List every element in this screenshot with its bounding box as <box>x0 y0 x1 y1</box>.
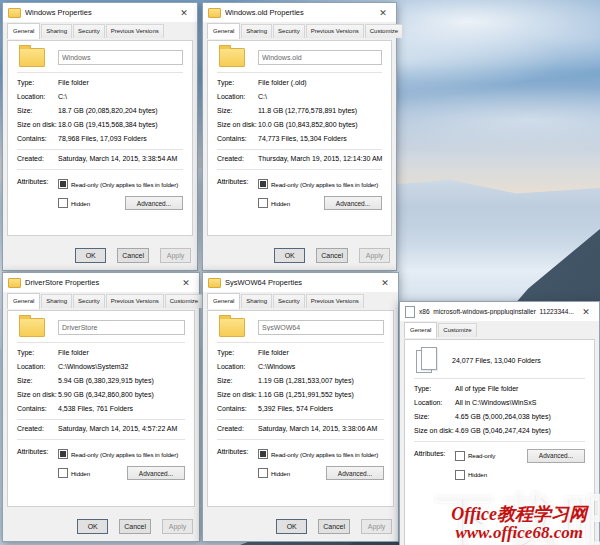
tab-previous-versions[interactable]: Previous Versions <box>306 24 364 38</box>
properties-dialog: SysWOW64 Properties ✕ GeneralSharingSecu… <box>202 272 399 542</box>
ok-button[interactable]: OK <box>77 519 108 534</box>
property-label: Size on disk: <box>17 121 58 130</box>
tab-previous-versions[interactable]: Previous Versions <box>106 24 164 38</box>
hidden-checkbox[interactable] <box>58 198 68 208</box>
advanced-button[interactable]: Advanced... <box>125 196 183 210</box>
tab-customize[interactable]: Customize <box>365 24 403 38</box>
property-row: Size on disk:5.90 GB (6,342,860,800 byte… <box>17 391 185 400</box>
folder-name-input[interactable] <box>58 50 183 65</box>
apply-button[interactable]: Apply <box>361 519 392 534</box>
tab-strip: GeneralSharingSecurityPrevious VersionsC… <box>7 294 195 308</box>
folder-name-input[interactable] <box>58 320 185 335</box>
separator <box>217 169 382 170</box>
dialog-titlebar[interactable]: x86_microsoft-windows-pnppluginstaller_1… <box>400 302 599 321</box>
cancel-button[interactable]: Cancel <box>117 248 149 263</box>
property-label: Type: <box>17 79 58 88</box>
property-row: Size on disk:18.0 GB (19,415,568,384 byt… <box>17 121 183 130</box>
dialog-title: Windows Properties <box>25 8 172 17</box>
advanced-button[interactable]: Advanced... <box>127 466 185 480</box>
dialog-titlebar[interactable]: Windows.old Properties ✕ <box>203 3 396 22</box>
attributes-section: Attributes: Read-only Advanced... Hidden <box>414 449 585 482</box>
ok-button[interactable]: OK <box>75 248 106 263</box>
file-icon <box>405 306 415 318</box>
property-value: File folder (.old) <box>258 79 307 88</box>
tab-previous-versions[interactable]: Previous Versions <box>106 294 164 308</box>
tab-security[interactable]: Security <box>273 24 305 38</box>
property-rows: Type:File folderLocation:C:\Windows\Syst… <box>17 349 185 414</box>
separator <box>217 72 382 73</box>
close-icon[interactable]: ✕ <box>377 275 393 291</box>
tab-general[interactable]: General <box>7 293 40 309</box>
hidden-checkbox[interactable] <box>258 468 268 478</box>
tab-security[interactable]: Security <box>73 24 105 38</box>
property-row: Location:All in C:\Windows\WinSxS <box>414 399 585 408</box>
readonly-checkbox[interactable] <box>455 451 465 461</box>
dialog-title: SysWOW64 Properties <box>225 278 373 287</box>
hidden-checkbox[interactable] <box>258 198 268 208</box>
cancel-button[interactable]: Cancel <box>318 519 350 534</box>
close-icon[interactable]: ✕ <box>176 5 192 21</box>
hidden-checkbox[interactable] <box>455 470 465 480</box>
readonly-checkbox[interactable] <box>258 179 268 189</box>
tab-general[interactable]: General <box>207 23 240 39</box>
property-row: Contains:5,392 Files, 574 Folders <box>217 405 384 414</box>
property-row: Contains:74,773 Files, 15,304 Folders <box>217 135 382 144</box>
separator <box>17 419 185 420</box>
created-value: Saturday, March 14, 2015, 3:38:54 AM <box>58 155 177 164</box>
close-icon[interactable]: ✕ <box>578 304 594 320</box>
ok-button[interactable]: OK <box>276 519 307 534</box>
advanced-button[interactable]: Advanced... <box>326 466 384 480</box>
hidden-label: Hidden <box>271 470 290 477</box>
tab-general[interactable]: General <box>404 322 437 338</box>
tab-sharing[interactable]: Sharing <box>41 24 72 38</box>
property-rows: Type:All of type File folderLocation:All… <box>414 385 585 436</box>
created-row: Created: Thursday, March 19, 2015, 12:14… <box>217 155 382 164</box>
properties-dialog: DriverStore Properties ✕ GeneralSharingS… <box>2 272 200 542</box>
tab-general[interactable]: General <box>207 293 240 309</box>
readonly-checkbox[interactable] <box>58 179 68 189</box>
property-value: 1.19 GB (1,281,533,007 bytes) <box>258 377 354 386</box>
property-row: Size:11.8 GB (12,776,578,891 bytes) <box>217 107 382 116</box>
folder-name-input[interactable] <box>258 50 382 65</box>
property-label: Contains: <box>17 405 58 414</box>
property-value: 5,392 Files, 574 Folders <box>258 405 333 414</box>
apply-button[interactable]: Apply <box>160 248 191 263</box>
dialog-titlebar[interactable]: SysWOW64 Properties ✕ <box>203 273 398 292</box>
tab-customize[interactable]: Customize <box>165 294 203 308</box>
tab-customize[interactable]: Customize <box>438 323 476 337</box>
property-row: Location:C:\Windows\System32 <box>17 363 185 372</box>
dialog-titlebar[interactable]: Windows Properties ✕ <box>3 3 197 22</box>
tab-previous-versions[interactable]: Previous Versions <box>306 294 364 308</box>
tab-sharing[interactable]: Sharing <box>241 294 272 308</box>
tab-sharing[interactable]: Sharing <box>41 294 72 308</box>
close-icon[interactable]: ✕ <box>178 275 194 291</box>
cancel-button[interactable]: Cancel <box>316 248 348 263</box>
ok-button[interactable]: OK <box>274 248 305 263</box>
folder-name-row <box>217 318 384 337</box>
apply-button[interactable]: Apply <box>359 248 390 263</box>
property-value: 18.7 GB (20,085,820,204 bytes) <box>58 107 158 116</box>
property-value: 5.94 GB (6,380,329,915 bytes) <box>58 377 154 386</box>
dialog-titlebar[interactable]: DriverStore Properties ✕ <box>3 273 199 292</box>
hidden-checkbox[interactable] <box>58 468 68 478</box>
created-label: Created: <box>217 425 258 434</box>
advanced-button[interactable]: Advanced... <box>324 196 382 210</box>
folder-name-input[interactable] <box>258 320 384 335</box>
tab-general[interactable]: General <box>7 23 40 39</box>
readonly-row: Read-only (Only applies to files in fold… <box>258 447 384 461</box>
tab-security[interactable]: Security <box>73 294 105 308</box>
tab-sharing[interactable]: Sharing <box>241 24 272 38</box>
readonly-checkbox[interactable] <box>258 449 268 459</box>
close-icon[interactable]: ✕ <box>375 5 391 21</box>
property-value: 78,968 Files, 17,093 Folders <box>58 135 147 144</box>
advanced-button[interactable]: Advanced... <box>527 449 585 463</box>
readonly-row: Read-only (Only applies to files in fold… <box>58 177 183 191</box>
readonly-checkbox[interactable] <box>58 449 68 459</box>
folder-icon <box>19 48 45 67</box>
cancel-button[interactable]: Cancel <box>119 519 151 534</box>
property-value: 5.90 GB (6,342,860,800 bytes) <box>58 391 154 400</box>
property-row: Type:All of type File folder <box>414 385 585 394</box>
property-label: Type: <box>217 349 258 358</box>
tab-security[interactable]: Security <box>273 294 305 308</box>
apply-button[interactable]: Apply <box>162 519 193 534</box>
